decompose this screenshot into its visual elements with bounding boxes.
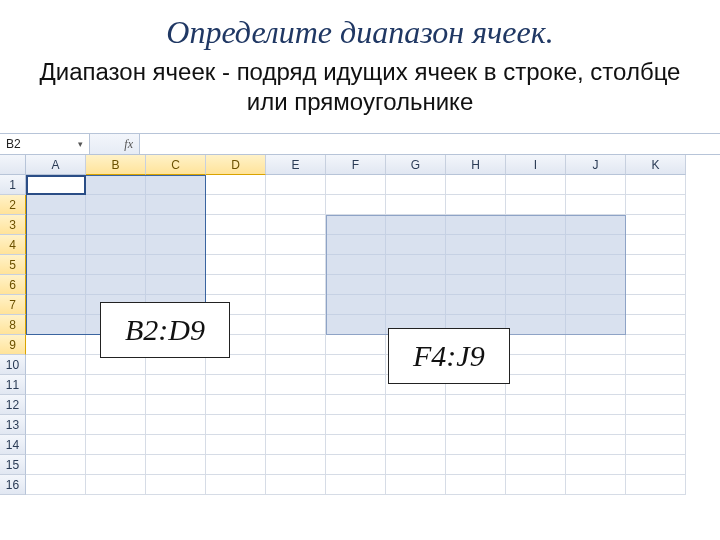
cell[interactable] [206, 275, 266, 295]
cell[interactable] [266, 415, 326, 435]
cell[interactable] [326, 435, 386, 455]
cell[interactable] [326, 375, 386, 395]
cell[interactable] [386, 475, 446, 495]
cell[interactable] [446, 395, 506, 415]
cell[interactable] [86, 275, 146, 295]
cell[interactable] [626, 395, 686, 415]
cell[interactable] [446, 435, 506, 455]
row-header[interactable]: 12 [0, 395, 26, 415]
cell[interactable] [86, 355, 146, 375]
cell[interactable] [566, 195, 626, 215]
cell[interactable] [566, 395, 626, 415]
cell[interactable] [446, 235, 506, 255]
cell[interactable] [506, 455, 566, 475]
cell[interactable] [266, 475, 326, 495]
cell[interactable] [146, 455, 206, 475]
cell[interactable] [386, 175, 446, 195]
cell[interactable] [206, 375, 266, 395]
cell[interactable] [86, 175, 146, 195]
cell[interactable] [326, 395, 386, 415]
cell[interactable] [86, 395, 146, 415]
row-header[interactable]: 9 [0, 335, 26, 355]
cell[interactable] [326, 275, 386, 295]
column-header[interactable]: G [386, 155, 446, 175]
cell[interactable] [326, 235, 386, 255]
cell[interactable] [506, 355, 566, 375]
cell[interactable] [506, 375, 566, 395]
cell[interactable] [26, 415, 86, 435]
cell[interactable] [506, 255, 566, 275]
cell[interactable] [206, 355, 266, 375]
cell[interactable] [626, 375, 686, 395]
cell[interactable] [266, 235, 326, 255]
cell[interactable] [206, 235, 266, 255]
cell[interactable] [326, 415, 386, 435]
row-header[interactable]: 14 [0, 435, 26, 455]
column-header[interactable]: J [566, 155, 626, 175]
cell[interactable] [566, 235, 626, 255]
cell[interactable] [566, 175, 626, 195]
cell[interactable] [386, 215, 446, 235]
column-header[interactable]: I [506, 155, 566, 175]
cell[interactable] [26, 195, 86, 215]
cell[interactable] [626, 475, 686, 495]
cell[interactable] [326, 195, 386, 215]
cell[interactable] [626, 355, 686, 375]
cell[interactable] [626, 415, 686, 435]
cell[interactable] [626, 315, 686, 335]
cell[interactable] [26, 275, 86, 295]
cell[interactable] [86, 435, 146, 455]
cell[interactable] [566, 355, 626, 375]
cell[interactable] [266, 335, 326, 355]
cell[interactable] [146, 415, 206, 435]
cell[interactable] [446, 195, 506, 215]
cell[interactable] [506, 415, 566, 435]
name-box-dropdown-icon[interactable]: ▾ [78, 139, 83, 149]
cell[interactable] [566, 255, 626, 275]
row-header[interactable]: 11 [0, 375, 26, 395]
cell[interactable] [446, 215, 506, 235]
cell[interactable] [86, 195, 146, 215]
column-header[interactable]: F [326, 155, 386, 175]
cell[interactable] [506, 175, 566, 195]
cell[interactable] [266, 395, 326, 415]
cell[interactable] [26, 355, 86, 375]
cell[interactable] [446, 255, 506, 275]
cell[interactable] [566, 375, 626, 395]
cell[interactable] [506, 475, 566, 495]
cell[interactable] [386, 455, 446, 475]
cell[interactable] [26, 255, 86, 275]
cell[interactable] [266, 315, 326, 335]
cell[interactable] [86, 235, 146, 255]
cell[interactable] [26, 395, 86, 415]
cell[interactable] [266, 275, 326, 295]
cell[interactable] [566, 275, 626, 295]
column-header[interactable]: K [626, 155, 686, 175]
cell[interactable] [386, 415, 446, 435]
cell[interactable] [86, 475, 146, 495]
row-header[interactable]: 10 [0, 355, 26, 375]
cell[interactable] [566, 335, 626, 355]
cell[interactable] [146, 435, 206, 455]
cell[interactable] [506, 295, 566, 315]
row-header[interactable]: 16 [0, 475, 26, 495]
cell[interactable] [626, 215, 686, 235]
cell[interactable] [566, 295, 626, 315]
cell[interactable] [386, 435, 446, 455]
cell[interactable] [266, 175, 326, 195]
column-header[interactable]: B [86, 155, 146, 175]
formula-input[interactable] [140, 134, 720, 154]
cell[interactable] [266, 255, 326, 275]
cell[interactable] [626, 435, 686, 455]
cell[interactable] [26, 375, 86, 395]
row-header[interactable]: 15 [0, 455, 26, 475]
cell[interactable] [266, 195, 326, 215]
cell[interactable] [206, 455, 266, 475]
cell[interactable] [566, 415, 626, 435]
cell[interactable] [506, 195, 566, 215]
cell[interactable] [386, 195, 446, 215]
cell[interactable] [386, 235, 446, 255]
column-header[interactable]: C [146, 155, 206, 175]
row-header[interactable]: 8 [0, 315, 26, 335]
cell[interactable] [26, 295, 86, 315]
